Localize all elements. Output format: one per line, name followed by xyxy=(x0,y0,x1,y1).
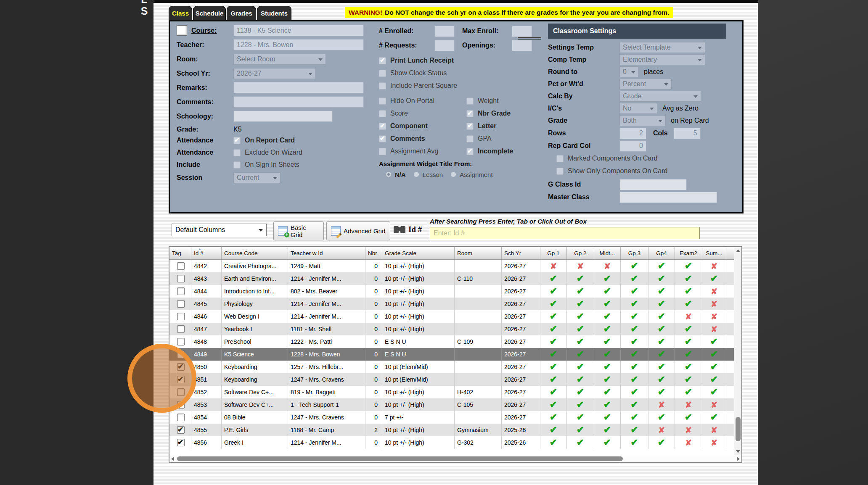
room-select[interactable]: Select Room xyxy=(233,54,326,65)
tag-checkbox[interactable] xyxy=(177,325,185,333)
include-parent-square-checkbox[interactable] xyxy=(379,82,386,90)
gpa-checkbox[interactable] xyxy=(466,135,474,142)
tab-schedule[interactable]: Schedule xyxy=(193,6,226,20)
assignment-avg-checkbox[interactable] xyxy=(379,148,386,155)
tag-cell[interactable] xyxy=(169,424,191,436)
show-clock-status-checkbox[interactable] xyxy=(379,70,386,77)
master-class-input[interactable] xyxy=(619,192,717,203)
table-row[interactable]: 4848PreSchool1222 - Ms. Patti0E S N UC-1… xyxy=(169,335,741,348)
comments-option-checkbox[interactable] xyxy=(379,135,386,142)
table-row[interactable]: 4856Greek I1214 - Jennifer M...010 pt +/… xyxy=(169,436,741,449)
tag-checkbox[interactable] xyxy=(177,275,185,282)
tag-cell[interactable] xyxy=(169,285,191,298)
tag-checkbox[interactable] xyxy=(177,262,185,270)
vertical-scrollbar[interactable] xyxy=(734,247,741,455)
course-input[interactable] xyxy=(233,25,364,36)
print-lunch-receipt-checkbox[interactable] xyxy=(379,57,386,64)
tag-checkbox[interactable] xyxy=(177,287,185,295)
course-checkbox[interactable] xyxy=(177,25,187,36)
tag-checkbox[interactable] xyxy=(177,338,185,345)
max-enroll-input[interactable] xyxy=(512,26,532,37)
col-header-course-code[interactable]: Course Code xyxy=(222,247,288,259)
radio-lesson[interactable] xyxy=(413,171,419,177)
scroll-right-arrow-icon[interactable] xyxy=(737,457,740,461)
tag-cell[interactable] xyxy=(169,323,191,335)
settings-temp-select[interactable]: Select Template xyxy=(619,42,705,53)
weight-checkbox[interactable] xyxy=(466,98,474,105)
tag-cell[interactable] xyxy=(169,436,191,449)
course-label[interactable]: Course: xyxy=(191,27,228,34)
vertical-scrollbar-thumb[interactable] xyxy=(736,417,741,441)
tab-grades[interactable]: Grades xyxy=(227,6,256,20)
tag-checkbox[interactable] xyxy=(177,426,185,434)
table-row[interactable]: 4853Software Dev C+...1 - Tech Support-1… xyxy=(169,398,741,411)
sidebar-letter[interactable]: S xyxy=(139,5,149,17)
tag-cell[interactable] xyxy=(169,298,191,310)
table-row[interactable]: 4845Physiology1214 - Jennifer M...010 pt… xyxy=(169,298,741,310)
col-header-gp2[interactable]: Gp 2 xyxy=(567,247,594,259)
ics-select[interactable]: No xyxy=(619,103,657,114)
rep-card-col-input[interactable] xyxy=(619,140,646,152)
scroll-up-arrow-icon[interactable] xyxy=(736,249,740,252)
component-checkbox[interactable] xyxy=(379,123,386,130)
col-header-gp3[interactable]: Gp 3 xyxy=(621,247,648,259)
table-row[interactable]: 4852Software Dev C+...819 - Mr. Baggett0… xyxy=(169,386,741,398)
advanced-grid-button[interactable]: Advanced Grid xyxy=(326,221,390,240)
col-header-gp4[interactable]: Gp4 xyxy=(648,247,675,259)
exclude-on-wizard-checkbox[interactable] xyxy=(233,149,241,156)
on-report-card-checkbox[interactable] xyxy=(233,137,241,144)
table-row[interactable]: 4842Creative Photogra...1249 - Matt010 p… xyxy=(169,260,741,272)
tag-cell[interactable] xyxy=(169,310,191,323)
comp-temp-select[interactable]: Elementary xyxy=(619,54,705,65)
table-row[interactable]: 485408 Bible1247 - Mrs. Cravens07 pt +/-… xyxy=(169,411,741,424)
grade-rep-select[interactable]: Both xyxy=(619,115,666,126)
on-sign-in-sheets-checkbox[interactable] xyxy=(233,161,241,169)
g-class-id-input[interactable] xyxy=(619,179,687,190)
col-header-exam2[interactable]: Exam2 xyxy=(675,247,702,259)
col-header-midt[interactable]: Midt... xyxy=(594,247,621,259)
table-row[interactable]: 4847Yearbook I1181 - Mr. Shell010 pt +/-… xyxy=(169,323,741,335)
scroll-left-arrow-icon[interactable] xyxy=(171,457,174,461)
enrolled-input[interactable] xyxy=(434,26,455,37)
col-header-nbr[interactable]: Nbr xyxy=(365,247,382,259)
round-to-select[interactable]: 0 xyxy=(619,66,639,77)
tag-checkbox[interactable] xyxy=(177,414,185,421)
id-search-input[interactable] xyxy=(430,227,700,239)
horizontal-scrollbar[interactable] xyxy=(169,455,741,462)
columns-select[interactable]: Default Columns xyxy=(172,224,267,236)
letter-checkbox[interactable] xyxy=(466,123,474,130)
basic-grid-button[interactable]: + Basic Grid xyxy=(273,221,324,240)
rows-input[interactable] xyxy=(619,128,646,139)
marked-components-checkbox[interactable] xyxy=(556,155,564,162)
table-row[interactable]: 4849K5 Science1228 - Mrs. Bowen0E S N U2… xyxy=(169,348,741,361)
remarks-input[interactable] xyxy=(233,82,364,93)
hide-on-portal-checkbox[interactable] xyxy=(379,98,386,105)
school-yr-select[interactable]: 2026-27 xyxy=(233,68,316,79)
score-checkbox[interactable] xyxy=(379,110,386,117)
show-only-components-checkbox[interactable] xyxy=(556,168,564,175)
col-header-grade-scale[interactable]: Grade Scale xyxy=(382,247,455,259)
radio-na[interactable] xyxy=(386,171,392,177)
table-row[interactable]: 4855P.E. Girls1188 - Mr. Camp210 pt +/- … xyxy=(169,424,741,436)
cols-input[interactable] xyxy=(674,128,701,139)
table-row[interactable]: 4846Web Design I1214 - Jennifer M...010 … xyxy=(169,310,741,323)
tag-checkbox[interactable] xyxy=(177,439,185,446)
tag-cell[interactable] xyxy=(169,272,191,285)
requests-input[interactable] xyxy=(434,40,455,51)
col-header-sum[interactable]: Sum... xyxy=(702,247,726,259)
col-header-gp1[interactable]: Gp 1 xyxy=(540,247,567,259)
col-header-id[interactable]: ▲Id # xyxy=(191,247,222,259)
incomplete-checkbox[interactable] xyxy=(466,148,474,155)
table-row[interactable]: 4843Earth and Environ...1214 - Jennifer … xyxy=(169,272,741,285)
session-select[interactable]: Current xyxy=(233,172,281,183)
table-row[interactable]: 4851Keyboarding1247 - Mrs. Cravens010 pt… xyxy=(169,373,741,386)
tab-students[interactable]: Students xyxy=(257,6,291,20)
scroll-down-arrow-icon[interactable] xyxy=(736,450,740,453)
pct-or-wtd-select[interactable]: Percent xyxy=(619,79,672,90)
nbr-grade-checkbox[interactable] xyxy=(466,110,474,117)
tab-class[interactable]: Class xyxy=(169,6,192,20)
schoology-input[interactable] xyxy=(233,111,333,122)
comments-input[interactable] xyxy=(233,96,364,108)
openings-input[interactable] xyxy=(512,40,532,51)
calc-by-select[interactable]: Grade xyxy=(619,91,701,102)
